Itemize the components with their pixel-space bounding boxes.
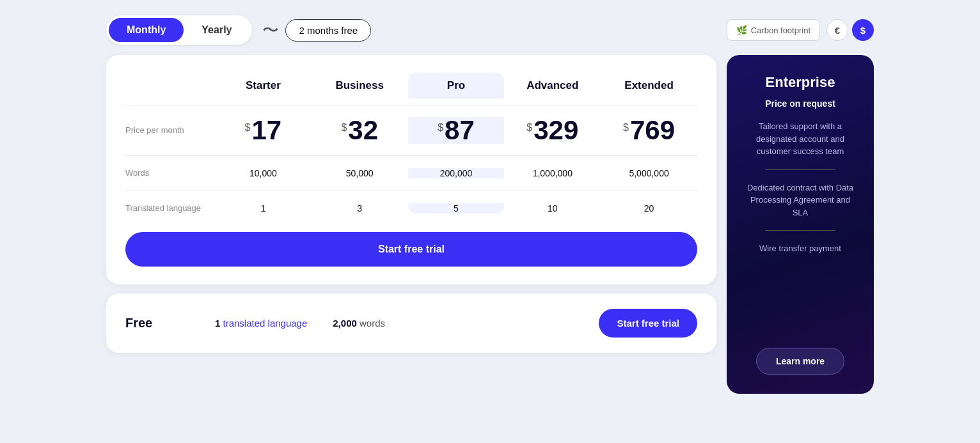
enterprise-feature-0: Tailored support with a designated accou… [742,120,858,158]
top-right-controls: 🌿 Carbon footprint € $ [727,19,874,41]
learn-more-button[interactable]: Learn more [756,348,844,375]
pricing-table: Starter Business Pro Advanced Extended P… [125,73,697,226]
currency-toggle: € $ [826,19,874,41]
words-pro: 200,000 [408,168,505,178]
plan-header-cols: Starter Business Pro Advanced Extended [215,73,697,98]
price-extended: $ 769 [601,117,697,144]
start-trial-button[interactable]: Start free trial [125,232,697,267]
col-business: Business [312,73,408,98]
lang-row: Translated language 1 3 5 10 20 [125,190,697,226]
price-pro: $ 87 [408,117,505,144]
pricing-card: Starter Business Pro Advanced Extended P… [106,55,716,284]
top-bar: Monthly Yearly 〜 2 months free 🌿 Carbon … [106,15,874,45]
lang-extended: 20 [601,203,697,214]
billing-toggle-group: Monthly Yearly 〜 2 months free [106,15,371,45]
monthly-toggle[interactable]: Monthly [109,18,184,42]
enterprise-feature-1: Dedicated contract with Data Processing … [742,182,858,219]
lang-advanced: 10 [504,203,601,214]
enterprise-divider-1 [765,230,835,231]
carbon-label: Carbon footprint [751,26,810,35]
words-advanced: 1,000,000 [504,168,601,178]
euro-button[interactable]: € [826,19,848,41]
price-business: $ 32 [312,117,408,144]
enterprise-divider-0 [765,169,835,170]
dollar-button[interactable]: $ [852,19,874,41]
col-extended: Extended [601,73,697,98]
words-values: 10,000 50,000 200,000 1,000,000 5,000,00… [215,168,697,178]
col-starter: Starter [215,73,312,98]
words-business: 50,000 [312,168,408,178]
price-values: $ 17 $ 32 $ [215,117,697,144]
lang-business: 3 [312,203,408,214]
free-label: Free [125,316,215,330]
enterprise-card: Enterprise Price on request Tailored sup… [727,55,874,394]
main-content: Starter Business Pro Advanced Extended P… [106,55,874,394]
billing-toggle: Monthly Yearly [106,15,252,45]
col-pro: Pro [408,73,505,98]
lang-label: Translated language [125,203,215,214]
lang-values: 1 3 5 10 20 [215,203,697,214]
free-info: 1 translated language 2,000 words [215,318,599,329]
words-starter: 10,000 [215,168,312,178]
leaf-icon: 🌿 [736,25,747,35]
enterprise-title: Enterprise [766,74,835,91]
yearly-toggle[interactable]: Yearly [184,18,249,42]
free-words-stat: 2,000 words [333,318,385,329]
promo-badge: 2 months free [285,19,371,42]
price-advanced: $ 329 [504,117,601,144]
enterprise-feature-2: Wire transfer payment [759,242,841,255]
col-advanced: Advanced [504,73,601,98]
price-starter: $ 17 [215,117,312,144]
price-label: Price per month [125,125,215,136]
lang-starter: 1 [215,203,312,214]
plan-header-row: Starter Business Pro Advanced Extended [125,73,697,98]
lang-pro: 5 [408,203,505,214]
squiggle-icon: 〜 [262,19,278,42]
pricing-section: Starter Business Pro Advanced Extended P… [106,55,716,353]
words-row: Words 10,000 50,000 200,000 1,000,000 5,… [125,155,697,190]
price-row: Price per month $ 17 $ 32 [125,105,697,155]
enterprise-price-label: Price on request [765,98,835,109]
free-plan-card: Free 1 translated language 2,000 words S… [106,293,716,353]
free-languages-stat: 1 translated language [215,318,307,329]
free-trial-button[interactable]: Start free trial [599,309,697,338]
words-extended: 5,000,000 [601,168,697,178]
words-label: Words [125,167,215,179]
carbon-footprint-button[interactable]: 🌿 Carbon footprint [727,19,820,41]
label-col-header [125,73,215,98]
